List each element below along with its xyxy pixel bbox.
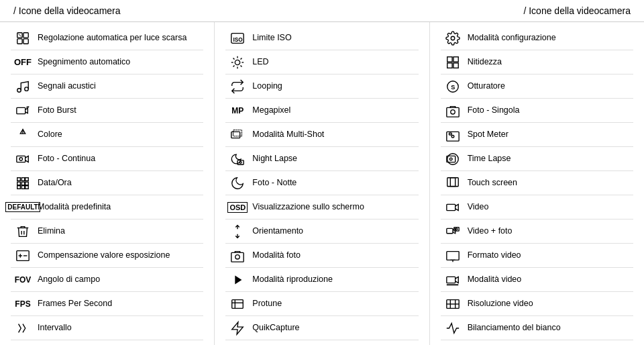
svg-rect-66 <box>450 177 455 186</box>
list-item-intervallo: Intervallo <box>11 316 203 340</box>
label-angolo: Angolo di campo <box>35 274 203 285</box>
svg-rect-21 <box>25 185 29 189</box>
label-bilanciamento: Bilanciamento del bianco <box>465 322 633 333</box>
list-item-colore: Colore <box>11 123 203 147</box>
svg-rect-1 <box>23 32 28 37</box>
foto-singola-icon <box>441 103 465 118</box>
label-looping: Looping <box>250 81 418 91</box>
header-left: / Icone della videocamera <box>13 5 121 16</box>
svg-line-4 <box>19 34 21 36</box>
list-item-time-lapse: Time Lapse <box>441 147 633 171</box>
label-multishot: Modalità Multi-Shot <box>250 129 418 140</box>
list-item-looping: Looping <box>225 75 418 99</box>
foto-notte-icon <box>225 176 250 191</box>
list-item-modalita-predef: DEFAULTModalità predefinita <box>11 195 203 219</box>
list-item-velocita: RATEVelocità <box>225 340 418 345</box>
list-item-modalita-foto: Modalità foto <box>225 244 418 268</box>
svg-rect-3 <box>23 38 28 43</box>
label-visualizzazione: Visualizzazione sullo schermo <box>250 201 418 212</box>
svg-rect-7 <box>17 107 25 113</box>
mp-icon: MP <box>225 106 250 115</box>
svg-rect-56 <box>446 107 458 117</box>
svg-point-57 <box>450 109 454 113</box>
brightness-auto-icon <box>11 31 35 46</box>
list-item-otturatore: SOtturatore <box>441 75 633 99</box>
svg-rect-67 <box>446 204 455 210</box>
touch-icon <box>441 176 465 191</box>
svg-rect-74 <box>446 277 455 283</box>
fps-icon: FPS <box>11 299 35 309</box>
svg-rect-52 <box>447 62 451 67</box>
wb-icon <box>441 321 465 336</box>
list-item-riproduzione: Modalità riproduzione <box>225 268 418 292</box>
label-foto-singola: Foto - Singola <box>465 105 633 115</box>
svg-point-44 <box>235 254 239 258</box>
label-protune: Protune <box>250 298 418 309</box>
timelapse-small-icon <box>11 321 35 336</box>
resolution-icon <box>441 297 465 311</box>
svg-rect-46 <box>232 299 244 308</box>
label-riproduzione: Modalità riproduzione <box>250 274 418 285</box>
quikcapture-icon <box>225 321 250 336</box>
svg-text:S: S <box>451 83 455 90</box>
color-icon <box>11 128 35 142</box>
label-quikcapture: QuikCapture <box>250 322 418 333</box>
list-item-compensazione: Compensazione valore esposizione <box>11 244 203 268</box>
looping-icon <box>225 79 250 94</box>
label-foto-notte: Foto - Notte <box>250 177 418 188</box>
list-item-risoluzione-video: Risoluzione video <box>441 292 633 316</box>
label-colore: Colore <box>35 129 203 140</box>
list-item-elimina: Elimina <box>11 219 203 244</box>
list-item-bilanciamento: Bilanciamento del bianco <box>441 316 633 340</box>
svg-rect-15 <box>25 177 29 181</box>
time-lapse-icon <box>441 152 465 166</box>
svg-rect-11 <box>17 156 25 162</box>
label-foto-continua: Foto - Continua <box>35 153 203 164</box>
label-formato-video: Formato video <box>465 250 633 260</box>
sharpness-icon <box>441 55 465 70</box>
svg-rect-51 <box>453 56 458 61</box>
list-item-nitidezza: Nitidezza <box>441 50 633 75</box>
list-item-spot-meter: Spot Meter <box>441 123 633 147</box>
label-touch-screen: Touch screen <box>465 177 633 188</box>
svg-line-34 <box>241 65 242 66</box>
list-item-modalita-config: Modalità configurazione <box>441 26 633 50</box>
svg-line-36 <box>233 65 235 66</box>
shutter-icon: S <box>441 79 465 94</box>
orientation-icon <box>225 224 250 239</box>
label-time-lapse: Time Lapse <box>465 153 633 164</box>
label-video: Video <box>465 201 633 212</box>
label-otturatore: Otturatore <box>465 81 633 91</box>
list-item-limite-iso: ISOLimite ISO <box>225 26 418 50</box>
default-icon: DEFAULT <box>11 202 35 212</box>
list-item-video-foto: Video + foto <box>441 219 633 244</box>
svg-point-40 <box>240 161 242 163</box>
label-megapixel: Megapixel <box>250 105 418 115</box>
svg-rect-37 <box>231 132 240 138</box>
music-note-icon <box>11 79 35 94</box>
list-item-foto-singola: Foto - Singola <box>441 99 633 123</box>
label-limite-iso: Limite ISO <box>250 32 418 43</box>
tv-icon <box>441 248 465 263</box>
label-data-ora: Data/Ora <box>35 177 203 188</box>
svg-point-70 <box>455 228 458 230</box>
label-spot-meter: Spot Meter <box>465 129 633 140</box>
svg-rect-43 <box>231 252 244 262</box>
list-item-multishot: Modalità Multi-Shot <box>225 123 418 147</box>
label-modalita-video: Modalità video <box>465 274 633 285</box>
svg-point-63 <box>449 158 452 160</box>
svg-rect-71 <box>446 251 458 260</box>
label-frames: Frames Per Second <box>35 298 203 309</box>
config-icon <box>441 31 465 46</box>
svg-text:ISO: ISO <box>233 36 244 42</box>
exposure-icon <box>11 248 35 263</box>
list-item-regolazione: Regolazione automatica per luce scarsa <box>11 26 203 50</box>
fov-icon: FOV <box>11 275 35 285</box>
list-item-foto-burst: Foto Burst <box>11 99 203 123</box>
list-item-orientamento: Orientamento <box>225 219 418 244</box>
label-modalita-predef: Modalità predefinita <box>35 201 203 212</box>
label-modalita-foto: Modalità foto <box>250 250 418 260</box>
list-item-data-ora: Data/Ora <box>11 171 203 195</box>
label-night-lapse: Night Lapse <box>250 153 418 164</box>
list-item-led: LED <box>225 50 418 75</box>
